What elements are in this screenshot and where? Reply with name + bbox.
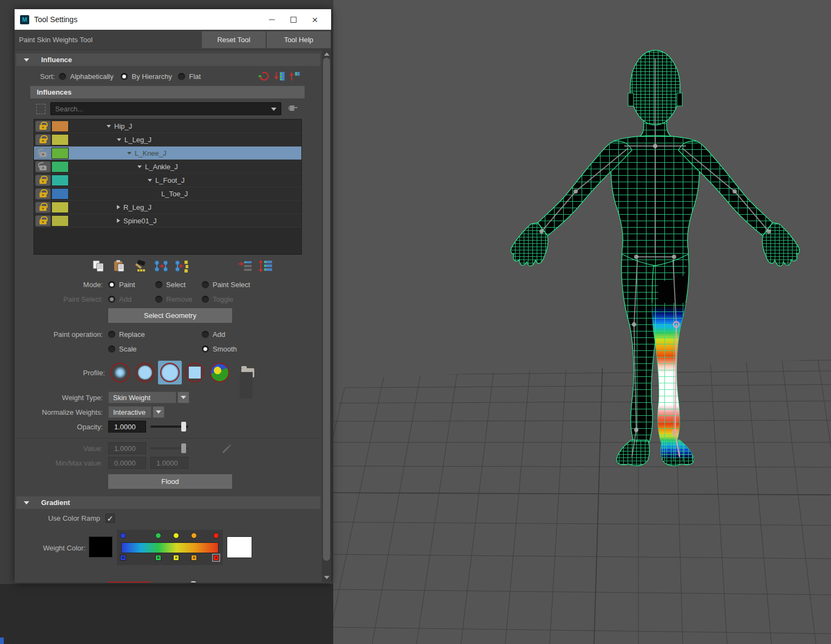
flood-button[interactable]: Flood xyxy=(108,474,232,489)
expanded-arrow-icon[interactable] xyxy=(127,152,131,155)
radio-select[interactable]: Select xyxy=(155,281,202,289)
close-button[interactable]: × xyxy=(304,11,326,28)
show-influenced-verts-icon[interactable] xyxy=(238,260,252,273)
selected-color-slider[interactable] xyxy=(155,581,199,582)
search-field[interactable] xyxy=(50,102,281,115)
joint-row-r-leg-j[interactable]: R_Leg_J xyxy=(34,201,301,214)
joint-color-swatch[interactable] xyxy=(51,134,69,145)
pin-icon[interactable] xyxy=(288,104,299,114)
minimize-button[interactable] xyxy=(261,11,282,28)
joint-row-spine01-j[interactable]: Spine01_J xyxy=(34,214,301,228)
lock-toggle[interactable] xyxy=(35,188,51,200)
expanded-arrow-icon[interactable] xyxy=(117,138,121,141)
lock-toggle[interactable] xyxy=(35,121,51,132)
joint-color-swatch[interactable] xyxy=(51,148,69,159)
toggle-hold-list-icon[interactable] xyxy=(259,260,273,273)
tool-help-button[interactable]: Tool Help xyxy=(267,31,331,48)
select-geometry-button[interactable]: Select Geometry xyxy=(108,308,232,323)
weight-hammer-icon[interactable] xyxy=(133,260,147,273)
scrollbar-thumb[interactable] xyxy=(323,58,330,561)
selected-color-swatch[interactable] xyxy=(108,582,151,582)
image-brush[interactable] xyxy=(208,361,232,384)
titlebar[interactable]: M Tool Settings × xyxy=(15,9,331,30)
scroll-down-button[interactable] xyxy=(322,574,331,581)
lock-toggle[interactable] xyxy=(35,175,51,186)
soft-brush[interactable] xyxy=(133,361,157,384)
color-ramp-gradient[interactable] xyxy=(121,542,219,553)
gaussian-brush[interactable] xyxy=(108,361,132,384)
radio-scale[interactable]: Scale xyxy=(108,345,202,353)
scroll-up-button[interactable] xyxy=(322,50,331,58)
solid-brush[interactable] xyxy=(158,361,182,384)
radio-alphabetically[interactable]: Alphabetically xyxy=(59,72,121,81)
weight-color-low-swatch[interactable] xyxy=(89,536,113,557)
radio-paint[interactable]: Paint xyxy=(108,281,155,289)
opacity-field[interactable]: 1.0000 xyxy=(108,421,146,433)
radio-replace[interactable]: Replace xyxy=(108,330,202,338)
radio-smooth[interactable]: Smooth xyxy=(202,345,267,353)
opacity-slider[interactable] xyxy=(150,421,188,433)
radio-add[interactable]: Add xyxy=(202,330,267,338)
joint-color-swatch[interactable] xyxy=(51,175,69,186)
radio-flat[interactable]: Flat xyxy=(178,72,210,81)
weight-color-high-swatch[interactable] xyxy=(227,536,252,558)
move-weights-icon[interactable] xyxy=(154,260,168,273)
ramp-position-marker[interactable] xyxy=(213,533,219,539)
ramp-position-marker[interactable] xyxy=(120,533,126,539)
radio-paint-select[interactable]: Paint Select xyxy=(202,281,267,289)
collapsed-arrow-icon[interactable] xyxy=(117,218,120,223)
radio-remove[interactable]: Remove xyxy=(155,295,202,303)
copy-weights-icon[interactable] xyxy=(92,260,106,273)
swap-weights-icon[interactable] xyxy=(174,260,188,273)
3d-viewport[interactable] xyxy=(333,0,831,644)
color-ramp-widget[interactable]: ✕✕✕✕✕ xyxy=(117,530,223,565)
weight-type-dropdown[interactable]: Skin Weight xyxy=(108,391,176,403)
radio-add[interactable]: Add xyxy=(108,295,155,303)
joint-row-hip-j[interactable]: Hip_J xyxy=(34,119,301,133)
expanded-arrow-icon[interactable] xyxy=(107,125,111,128)
ramp-delete-marker[interactable]: ✕ xyxy=(213,555,219,561)
radio-toggle[interactable]: Toggle xyxy=(202,295,267,303)
joint-row-l-knee-j[interactable]: L_Knee_J xyxy=(34,147,301,160)
lock-toggle[interactable] xyxy=(35,148,51,159)
influence-section-header[interactable]: Influence xyxy=(16,54,320,66)
panel-scrollbar[interactable] xyxy=(322,50,331,582)
maximize-button[interactable] xyxy=(282,11,304,28)
joint-color-swatch[interactable] xyxy=(51,202,69,213)
sort-down-list-icon[interactable] xyxy=(274,71,285,82)
reset-tool-button[interactable]: Reset Tool xyxy=(202,31,266,48)
joint-color-swatch[interactable] xyxy=(51,161,69,172)
square-brush[interactable] xyxy=(183,361,207,384)
weight-type-dropdown-arrow[interactable] xyxy=(177,391,189,403)
lock-toggle[interactable] xyxy=(35,134,51,145)
radio-by-hierarchy[interactable]: By Hierarchy xyxy=(121,72,178,81)
ramp-position-marker[interactable] xyxy=(191,533,197,539)
lock-toggle[interactable] xyxy=(35,215,51,227)
collapsed-arrow-icon[interactable] xyxy=(117,205,120,209)
ramp-delete-marker[interactable]: ✕ xyxy=(155,555,161,561)
normalize-weights-dropdown-arrow[interactable] xyxy=(153,406,164,418)
joint-color-swatch[interactable] xyxy=(51,121,69,132)
ramp-position-marker[interactable] xyxy=(173,533,179,539)
ramp-delete-marker[interactable]: ✕ xyxy=(173,555,179,561)
lock-toggle[interactable] xyxy=(35,161,51,172)
paste-weights-icon[interactable] xyxy=(113,260,127,273)
joint-row-l-toe-j[interactable]: L_Toe_J xyxy=(34,187,301,201)
marquee-select-icon[interactable] xyxy=(36,104,45,114)
sort-up-list-icon[interactable] xyxy=(289,71,300,82)
joint-row-l-foot-j[interactable]: L_Foot_J xyxy=(34,174,301,187)
joint-color-swatch[interactable] xyxy=(51,188,69,200)
lock-toggle[interactable] xyxy=(35,202,51,213)
ramp-delete-marker[interactable]: ✕ xyxy=(191,555,197,561)
expanded-arrow-icon[interactable] xyxy=(148,179,152,182)
normalize-weights-dropdown[interactable]: Interactive xyxy=(108,406,151,418)
joint-row-l-ankle-j[interactable]: L_Ankle_J xyxy=(34,160,301,174)
use-color-ramp-checkbox[interactable]: ✓ xyxy=(105,514,115,523)
search-input[interactable] xyxy=(51,105,262,113)
gradient-section-header[interactable]: Gradient xyxy=(16,496,320,509)
search-dropdown-icon[interactable] xyxy=(271,108,276,111)
ramp-delete-marker[interactable]: ✕ xyxy=(120,555,126,561)
expanded-arrow-icon[interactable] xyxy=(137,165,142,168)
joint-color-swatch[interactable] xyxy=(51,215,69,227)
refresh-influences-icon[interactable] xyxy=(258,71,270,82)
